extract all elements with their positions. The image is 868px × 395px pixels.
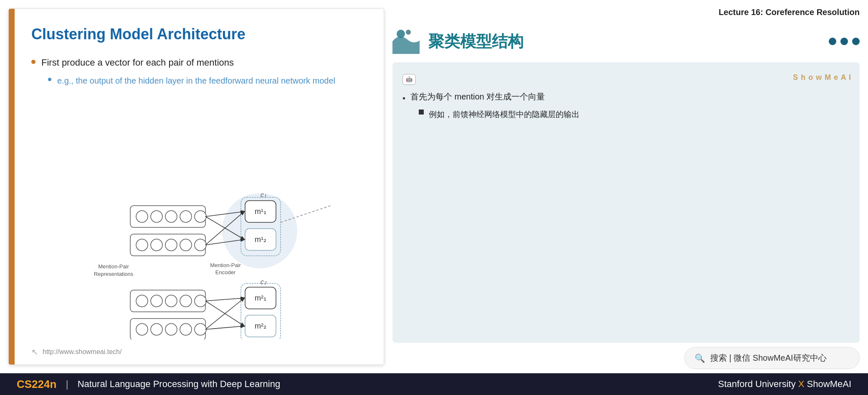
university-name: Stanford University (718, 379, 796, 389)
svg-point-19 (136, 239, 148, 251)
cs-label: CS224n (17, 378, 56, 391)
svg-point-26 (151, 295, 162, 307)
nav-dots (829, 38, 860, 45)
svg-point-25 (136, 295, 148, 307)
svg-point-28 (180, 295, 192, 307)
svg-point-21 (165, 239, 177, 251)
nav-dot-3[interactable] (852, 38, 860, 45)
showmeai-watermark: S h o w M e A I (793, 71, 851, 84)
cn-bullets: • 首先为每个 mention 对生成一个向量 例如，前馈神经网络模型中的隐藏层… (402, 89, 850, 122)
cursor-icon: ↖ (31, 347, 38, 357)
svg-text:m²₁: m²₁ (255, 294, 266, 302)
slide-footer: ↖ http://www.showmeai.tech/ (31, 347, 121, 357)
cn-sub-square (419, 110, 424, 115)
svg-point-22 (180, 239, 192, 251)
cn-title-card: 聚类模型结构 (392, 25, 860, 58)
bottom-right: Stanford University X ShowMeAI (718, 379, 851, 390)
svg-point-32 (151, 324, 162, 335)
cn-title-text: 聚类模型结构 (428, 31, 524, 52)
svg-point-20 (151, 239, 162, 251)
svg-text:Mention-Pair: Mention-Pair (98, 263, 129, 270)
neural-network-diagram: c₁ m¹₁ m¹₂ c₂ m²₁ m²₂ (77, 181, 375, 339)
cn-sub-bullet-1: 例如，前馈神经网络模型中的隐藏层的输出 (410, 107, 580, 122)
main-content: Clustering Model Architecture First prod… (0, 0, 868, 373)
svg-point-16 (180, 211, 192, 222)
svg-text:m¹₂: m¹₂ (255, 235, 266, 244)
sub-bullet-text-1: e.g., the output of the hidden layer in … (57, 74, 335, 87)
brand-name: ShowMeAI (807, 379, 851, 389)
search-bar[interactable]: 🔍 搜索 | 微信 ShowMeAI研究中心 (684, 347, 860, 369)
search-icon: 🔍 (695, 353, 705, 363)
bottom-bar: CS224n | Natural Language Processing wit… (0, 373, 868, 395)
svg-point-33 (165, 324, 177, 335)
right-panel: Lecture 16: Coreference Resolution 聚类模型结… (388, 0, 868, 373)
svg-point-15 (165, 211, 177, 222)
svg-text:m¹₁: m¹₁ (255, 207, 266, 216)
nav-dot-2[interactable] (840, 38, 848, 45)
cn-bullet-text-1: 首先为每个 mention 对生成一个向量 (410, 92, 545, 101)
slide-accent-bar (9, 9, 15, 364)
cn-bullet-dot-1: • (402, 91, 405, 106)
svg-point-17 (195, 211, 206, 222)
svg-point-31 (136, 324, 148, 335)
x-symbol: X (798, 379, 807, 389)
svg-line-46 (205, 301, 244, 326)
svg-text:Mention-Pair: Mention-Pair (210, 262, 241, 268)
cn-bullet-1: • 首先为每个 mention 对生成一个向量 例如，前馈神经网络模型中的隐藏层… (402, 89, 850, 122)
bottom-divider: | (66, 378, 68, 390)
diagram-area: c₁ m¹₁ m¹₂ c₂ m²₁ m²₂ (77, 181, 375, 339)
slide-panel: Clustering Model Architecture First prod… (8, 8, 384, 365)
slide-title: Clustering Model Architecture (31, 25, 367, 43)
svg-point-14 (151, 211, 162, 222)
nav-dot-1[interactable] (829, 38, 836, 45)
bullet-dot (31, 60, 35, 64)
svg-text:Representations: Representations (94, 271, 134, 277)
svg-point-29 (195, 295, 206, 307)
svg-point-35 (195, 324, 206, 335)
svg-point-27 (165, 295, 177, 307)
ai-badge: 🤖 (402, 74, 416, 85)
svg-text:m²₂: m²₂ (255, 322, 266, 330)
svg-point-13 (136, 211, 148, 222)
svg-text:Encoder: Encoder (215, 269, 236, 275)
footer-url: http://www.showmeai.tech/ (43, 348, 121, 356)
svg-line-47 (205, 326, 244, 329)
svg-point-34 (180, 324, 192, 335)
search-text: 搜索 | 微信 ShowMeAI研究中心 (710, 352, 827, 364)
svg-text:c₂: c₂ (261, 278, 267, 285)
bullet-item-1: First produce a vector for each pair of … (31, 56, 367, 69)
showmeai-logo (392, 29, 422, 54)
lecture-title: Lecture 16: Coreference Resolution (392, 4, 860, 20)
sub-bullet-1: e.g., the output of the hidden layer in … (48, 74, 367, 87)
svg-line-44 (205, 298, 244, 301)
svg-point-50 (406, 30, 411, 35)
slide-bullets: First produce a vector for each pair of … (31, 56, 367, 87)
svg-point-23 (195, 239, 206, 251)
bullet-text-1: First produce a vector for each pair of … (41, 56, 234, 69)
bottom-left: CS224n | Natural Language Processing wit… (17, 378, 280, 391)
slide-inner: Clustering Model Architecture First prod… (15, 9, 384, 364)
bullet-sub-item-1: e.g., the output of the hidden layer in … (31, 74, 367, 87)
sub-bullet-dot (48, 78, 51, 81)
translation-box: 🤖 S h o w M e A I • 首先为每个 mention 对生成一个向… (392, 62, 860, 343)
cn-sub-text-1: 例如，前馈神经网络模型中的隐藏层的输出 (429, 107, 580, 122)
course-name: Natural Language Processing with Deep Le… (78, 379, 281, 390)
